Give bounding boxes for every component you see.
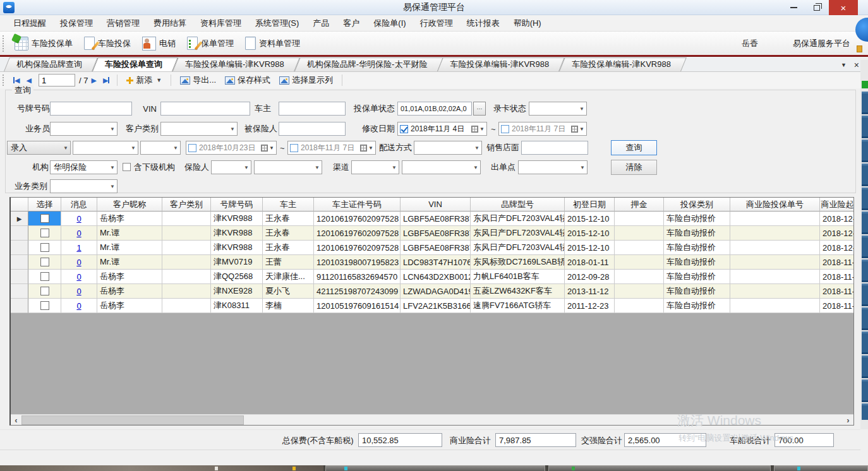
row-checkbox[interactable] — [40, 229, 49, 237]
choose-columns-button[interactable]: 选择显示列 — [275, 73, 337, 87]
restore-button[interactable] — [806, 0, 828, 15]
menu-item[interactable]: 费用结算 — [147, 15, 193, 32]
grid-header-ins_type[interactable]: 投保类别 — [664, 198, 730, 212]
menu-item[interactable]: 日程提醒 — [6, 15, 53, 32]
tab-active[interactable]: 车险投保单查询 — [92, 57, 172, 71]
last-page-button[interactable]: ▶ — [100, 76, 112, 85]
card-status-combo[interactable] — [529, 102, 587, 116]
row-selector[interactable] — [11, 241, 28, 255]
search-button[interactable]: 查询 — [611, 140, 657, 155]
modify-date-to[interactable]: 2018年11月 7日 ▼ — [498, 122, 587, 136]
tab[interactable]: 机构保险品牌-华明保险-太平财险 — [294, 57, 438, 71]
row-selector[interactable] — [11, 299, 28, 313]
page-number-input[interactable] — [39, 74, 75, 86]
calendar-picker-button[interactable]: ▼ — [261, 145, 274, 152]
tab-list-dropdown-icon[interactable]: ▼ — [841, 62, 847, 68]
row-checkbox[interactable] — [40, 214, 49, 223]
grid-header-rowsel[interactable] — [11, 198, 28, 212]
toolbar-grip[interactable] — [3, 35, 5, 52]
policy-status-value[interactable]: 01,01A,01B,02,02A,0 — [397, 102, 472, 116]
grid-header-nick[interactable]: 客户昵称 — [97, 198, 162, 212]
grid-header-reg_date[interactable]: 初登日期 — [565, 198, 615, 212]
compulsory-total-value[interactable]: 2,565.00 — [624, 433, 706, 447]
delivery-combo[interactable] — [414, 141, 482, 155]
next-page-button[interactable]: ▶ — [88, 76, 99, 85]
channel-combo-1[interactable] — [351, 160, 399, 174]
owner-input[interactable] — [279, 102, 346, 116]
toolbar-button[interactable]: 车险投保 — [78, 34, 136, 52]
menu-item[interactable]: 系统管理(S) — [248, 15, 306, 32]
close-button[interactable]: × — [829, 0, 858, 15]
scrollbar-thumb[interactable] — [21, 415, 244, 425]
calendar-picker-button[interactable]: ▼ — [471, 126, 485, 133]
premium-total-value[interactable]: 10,552.85 — [358, 433, 442, 447]
toolbar-button[interactable]: 车险投保单 — [9, 34, 78, 53]
message-link[interactable]: 0 — [64, 229, 94, 238]
message-link[interactable]: 0 — [64, 272, 94, 282]
menu-item[interactable]: 保险单(I) — [366, 15, 413, 32]
minimize-button[interactable] — [783, 0, 804, 15]
calendar-picker-button[interactable]: ▼ — [360, 145, 373, 152]
insurer-combo-1[interactable] — [211, 160, 251, 174]
scroll-left-icon[interactable]: ‹ — [11, 415, 21, 426]
modify-from-checkbox[interactable] — [400, 125, 408, 133]
message-link[interactable]: 0 — [64, 301, 94, 311]
vin-input[interactable] — [160, 102, 250, 116]
scroll-right-icon[interactable]: › — [843, 415, 853, 426]
plate-input[interactable] — [50, 102, 132, 116]
row-checkbox[interactable] — [40, 272, 49, 281]
message-link[interactable]: 0 — [64, 258, 94, 267]
insured-input[interactable] — [279, 122, 346, 136]
biz-type-combo[interactable] — [50, 179, 118, 193]
grid-header-select[interactable]: 选择 — [28, 198, 61, 212]
row-selector[interactable]: ▶ — [11, 212, 28, 226]
message-link[interactable]: 0 — [64, 287, 94, 296]
row-checkbox[interactable] — [40, 243, 49, 252]
grid-header-plate[interactable]: 号牌号码 — [211, 198, 263, 212]
vessel-tax-total-value[interactable]: 700.00 — [775, 433, 834, 447]
grid-toolbar-grip[interactable] — [3, 75, 5, 86]
policy-status-picker-button[interactable]: ··· — [473, 102, 486, 116]
channel-combo-2[interactable] — [402, 160, 481, 174]
menu-item[interactable]: 帮助(H) — [507, 15, 548, 32]
grid-header-model[interactable]: 品牌型号 — [471, 198, 565, 212]
insurer-combo-2[interactable] — [254, 160, 322, 174]
row-selector[interactable] — [11, 284, 28, 299]
first-page-button[interactable]: ◀ — [10, 76, 23, 85]
modify-to-checkbox[interactable] — [501, 125, 509, 133]
entry-date-to[interactable]: 2018年11月 7日 ▼ — [287, 141, 376, 155]
toolbar-button[interactable]: 资料单管理 — [239, 34, 306, 52]
message-link[interactable]: 0 — [64, 214, 94, 224]
outlet-combo[interactable] — [518, 160, 588, 174]
store-input[interactable] — [521, 141, 588, 155]
menu-item[interactable]: 投保管理 — [53, 15, 100, 32]
entry-filter-combo-2[interactable] — [140, 141, 181, 155]
include-sub-checkbox[interactable] — [123, 163, 131, 171]
export-button[interactable]: 导出... — [176, 73, 220, 87]
horizontal-scrollbar[interactable]: ‹ › — [11, 414, 853, 425]
org-combo[interactable]: 华明保险 — [50, 160, 118, 174]
previous-page-button[interactable]: ◀ — [23, 76, 34, 85]
grid-header-comm_no[interactable]: 商业险投保单号 — [730, 198, 820, 212]
menu-item[interactable]: 行政管理 — [413, 15, 460, 32]
grid-header-ctype[interactable]: 客户类别 — [162, 198, 211, 212]
save-style-button[interactable]: 保存样式 — [220, 73, 275, 87]
tab[interactable]: 车险投保单编辑-津KVR988 — [172, 57, 294, 71]
entry-filter-combo-1[interactable] — [73, 141, 138, 155]
entry-date-from[interactable]: 2018年10月23日 ▼ — [186, 141, 277, 155]
row-selector[interactable] — [11, 270, 28, 284]
menu-item[interactable]: 营销管理 — [100, 15, 147, 32]
toolbar-button[interactable]: 保单管理 — [181, 34, 239, 52]
entry-to-checkbox[interactable] — [290, 144, 298, 152]
toolbar-button[interactable]: 电销 — [136, 34, 181, 53]
menu-item[interactable]: 资料库管理 — [193, 15, 248, 32]
grid-header-comm_start[interactable]: 商业险起 — [820, 198, 854, 212]
tab[interactable]: 机构保险品牌查询 — [4, 57, 92, 71]
grid-header-owner[interactable]: 车主 — [263, 198, 314, 212]
menu-item[interactable]: 客户 — [336, 15, 366, 32]
menu-item[interactable]: 统计报表 — [460, 15, 507, 32]
salesman-combo[interactable] — [50, 122, 118, 136]
tab-close-icon[interactable]: × — [854, 60, 859, 70]
taskbar-window-button[interactable] — [774, 465, 868, 471]
calendar-picker-button[interactable]: ▼ — [571, 126, 584, 133]
